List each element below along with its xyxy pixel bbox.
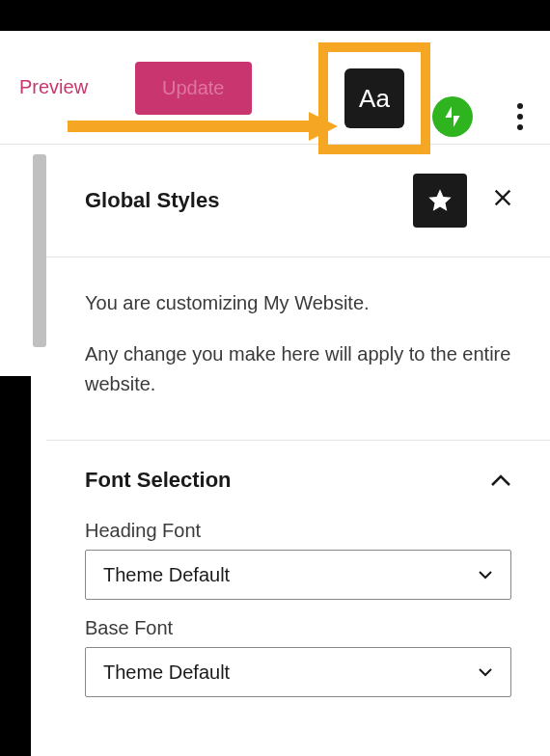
annotation-arrow [68, 112, 338, 150]
intro-text-1: You are customizing My Website. [85, 288, 511, 318]
global-styles-panel: Global Styles You are customizing My Web… [46, 145, 550, 756]
close-button[interactable] [484, 179, 521, 222]
more-menu-button[interactable] [517, 98, 523, 135]
intro-text-2: Any change you make here will apply to t… [85, 339, 511, 399]
top-black-bar [0, 0, 550, 31]
font-selection-title: Font Selection [85, 468, 490, 493]
chevron-down-icon [478, 570, 493, 580]
panel-title: Global Styles [85, 188, 413, 213]
global-styles-button[interactable]: Aa [344, 68, 404, 128]
main-area: Global Styles You are customizing My Web… [0, 145, 550, 756]
preview-link[interactable]: Preview [19, 76, 88, 98]
heading-font-label: Heading Font [85, 520, 511, 542]
close-icon [492, 187, 513, 208]
heading-font-select[interactable]: Theme Default [85, 550, 511, 600]
star-icon [426, 187, 454, 214]
canvas-edge [0, 376, 31, 756]
star-button[interactable] [413, 174, 467, 228]
base-font-value: Theme Default [103, 662, 478, 684]
font-selection-body: Heading Font Theme Default Base Font The… [46, 520, 550, 726]
panel-intro: You are customizing My Website. Any chan… [46, 257, 550, 441]
jetpack-icon [440, 104, 465, 129]
scrollbar-thumb[interactable] [33, 154, 46, 347]
base-font-select[interactable]: Theme Default [85, 647, 511, 697]
base-font-label: Base Font [85, 617, 511, 639]
jetpack-badge[interactable] [432, 96, 473, 137]
font-selection-header[interactable]: Font Selection [46, 441, 550, 520]
heading-font-value: Theme Default [103, 564, 478, 586]
svg-marker-1 [309, 112, 338, 141]
left-gutter [0, 145, 46, 756]
chevron-up-icon [490, 473, 511, 487]
aa-icon: Aa [359, 84, 390, 114]
update-button[interactable]: Update [135, 62, 252, 115]
toolbar: Preview Update Aa [0, 31, 550, 145]
chevron-down-icon [478, 667, 493, 677]
panel-header: Global Styles [46, 145, 550, 257]
